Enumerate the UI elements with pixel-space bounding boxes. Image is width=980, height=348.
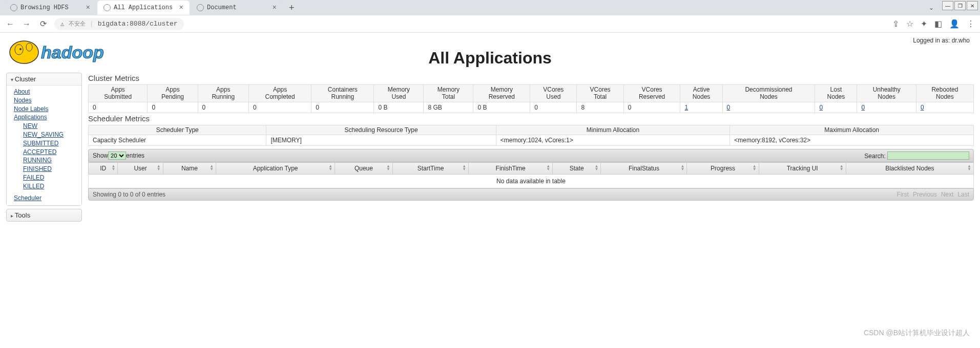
maximize-button[interactable]: ❐ — [954, 1, 966, 10]
cm-value: 0 — [311, 102, 374, 113]
scheduler-metrics-table: Scheduler TypeScheduling Resource TypeMi… — [88, 125, 974, 146]
sidebar-link-scheduler[interactable]: Scheduler — [14, 194, 77, 203]
apps-column-header[interactable]: FinalStatus▲▼ — [601, 163, 687, 175]
sidebar-link-node-labels[interactable]: Node Labels — [14, 105, 77, 114]
sidepanel-icon[interactable]: ◧ — [934, 19, 942, 29]
apps-column-header[interactable]: Progress▲▼ — [687, 163, 759, 175]
tab-hdfs[interactable]: Browsing HDFS × — [4, 1, 96, 15]
apps-column-header[interactable]: Queue▲▼ — [335, 163, 393, 175]
cm-link[interactable]: 0 — [819, 104, 823, 111]
datatable-footer: Showing 0 to 0 of 0 entries FirstPreviou… — [88, 188, 974, 201]
hadoop-logo: hadoop — [6, 37, 134, 69]
close-icon[interactable]: × — [179, 4, 183, 12]
menu-icon[interactable]: ⋮ — [967, 19, 975, 29]
cm-header: LostNodes — [815, 85, 857, 102]
sidebar-link-running[interactable]: RUNNING — [23, 156, 77, 165]
cm-value: 0 — [89, 102, 148, 113]
cm-header: UnhealthyNodes — [857, 85, 916, 102]
page-length-select[interactable]: 20 — [108, 151, 126, 160]
apps-column-header[interactable]: StartTime▲▼ — [392, 163, 468, 175]
sidebar-link-nodes[interactable]: Nodes — [14, 96, 77, 105]
cm-link[interactable]: 0 — [921, 104, 924, 111]
tab-applications[interactable]: All Applications × — [97, 1, 190, 15]
cm-value: 1 — [680, 102, 722, 113]
sidebar-link-submitted[interactable]: SUBMITTED — [23, 139, 77, 148]
share-icon[interactable]: ⇪ — [892, 19, 899, 29]
close-window-button[interactable]: ✕ — [967, 1, 978, 10]
cm-header: RebootedNodes — [916, 85, 973, 102]
sidebar-link-failed[interactable]: FAILED — [23, 173, 77, 182]
svg-point-3 — [19, 48, 22, 50]
page-header: Logged in as: dr.who hadoop All Applicat… — [6, 37, 974, 68]
minimize-button[interactable]: — — [942, 1, 953, 10]
apps-column-header[interactable]: FinishTime▲▼ — [469, 163, 553, 175]
chevron-down-icon[interactable]: ⌄ — [929, 4, 934, 11]
search-input[interactable] — [887, 151, 969, 160]
cm-header: VCoresReserved — [623, 85, 680, 102]
login-info: Logged in as: dr.who — [913, 37, 970, 44]
cm-value: 8 GB — [424, 102, 473, 113]
cm-header: AppsSubmitted — [89, 85, 148, 102]
cm-header: AppsPending — [148, 85, 198, 102]
cm-value: 0 — [857, 102, 916, 113]
apps-column-header[interactable]: ID▲▼ — [89, 163, 118, 175]
cm-link[interactable]: 0 — [727, 104, 731, 111]
sidebar-link-killed[interactable]: KILLED — [23, 182, 77, 191]
apps-column-header[interactable]: Blacklisted Nodes▲▼ — [846, 163, 973, 175]
sidebar-link-new_saving[interactable]: NEW_SAVING — [23, 130, 77, 139]
sm-header: Maximum Allocation — [730, 125, 974, 135]
close-icon[interactable]: × — [86, 4, 90, 12]
apps-column-header[interactable]: Tracking UI▲▼ — [759, 163, 846, 175]
apps-column-header[interactable]: State▲▼ — [553, 163, 601, 175]
cm-header: AppsRunning — [198, 85, 248, 102]
tab-bar: Browsing HDFS × All Applications × Docum… — [0, 0, 980, 15]
cm-header: VCoresTotal — [577, 85, 623, 102]
sidebar-cluster-header[interactable]: Cluster — [7, 73, 81, 85]
cm-header: MemoryTotal — [424, 85, 473, 102]
pager-next[interactable]: Next — [941, 191, 954, 198]
tab-title: All Applications — [114, 4, 173, 11]
sidebar-link-applications[interactable]: Applications — [14, 113, 77, 122]
svg-point-1 — [15, 45, 23, 55]
apps-column-header[interactable]: Name▲▼ — [163, 163, 216, 175]
sm-header: Scheduling Resource Type — [266, 125, 496, 135]
cm-header: ContainersRunning — [311, 85, 374, 102]
cm-value: 0 — [248, 102, 311, 113]
pager-previous[interactable]: Previous — [913, 191, 937, 198]
back-button[interactable]: ← — [5, 19, 15, 29]
sm-value: [MEMORY] — [266, 135, 496, 146]
sm-value: <memory:1024, vCores:1> — [496, 135, 730, 146]
forward-button[interactable]: → — [22, 19, 32, 29]
cluster-metrics-title: Cluster Metrics — [88, 74, 974, 82]
cm-header: DecommissionedNodes — [722, 85, 815, 102]
apps-column-header[interactable]: Application Type▲▼ — [216, 163, 335, 175]
tab-document[interactable]: Document × — [191, 1, 283, 15]
cm-value: 8 — [577, 102, 623, 113]
address-bar: ← → ⟳ ⚠ 不安全 | bigdata:8088/cluster ⇪ ☆ ✦… — [0, 15, 980, 33]
show-label-prefix: Show — [93, 152, 108, 159]
extensions-icon[interactable]: ✦ — [921, 19, 927, 29]
pager-last[interactable]: Last — [957, 191, 969, 198]
cm-link[interactable]: 1 — [684, 104, 688, 111]
search-label: Search: — [864, 153, 885, 160]
sidebar-tools-header[interactable]: Tools — [7, 209, 81, 221]
sidebar-link-about[interactable]: About — [14, 88, 77, 96]
apps-column-header[interactable]: User▲▼ — [118, 163, 163, 175]
profile-icon[interactable]: 👤 — [949, 19, 960, 29]
pager-first[interactable]: First — [897, 191, 909, 198]
globe-icon — [197, 4, 204, 11]
sidebar-cluster: Cluster About Nodes Node Labels Applicat… — [6, 73, 82, 206]
cm-value: 0 — [623, 102, 680, 113]
reload-button[interactable]: ⟳ — [38, 19, 48, 29]
sidebar-link-accepted[interactable]: ACCEPTED — [23, 148, 77, 157]
bookmark-icon[interactable]: ☆ — [906, 19, 913, 29]
sidebar-link-new[interactable]: NEW — [23, 122, 77, 130]
cm-value: 0 B — [374, 102, 424, 113]
new-tab-button[interactable]: + — [284, 3, 300, 13]
sidebar-link-finished[interactable]: FINISHED — [23, 165, 77, 173]
svg-text:hadoop: hadoop — [41, 42, 104, 62]
login-prefix: Logged in as: — [913, 37, 951, 44]
close-icon[interactable]: × — [273, 4, 277, 12]
cm-link[interactable]: 0 — [861, 104, 865, 111]
url-input[interactable]: ⚠ 不安全 | bigdata:8088/cluster — [54, 18, 184, 30]
